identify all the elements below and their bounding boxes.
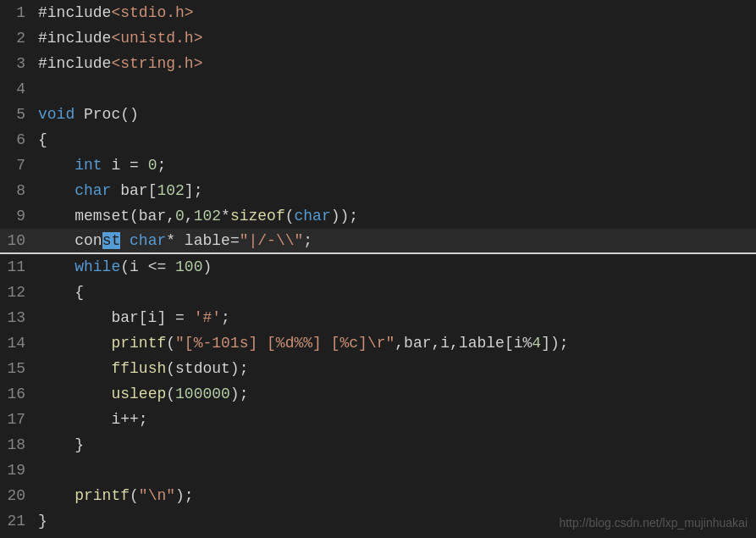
code-line-3: 3#include<string.h> [0, 51, 756, 76]
line-content [34, 80, 47, 97]
line-number: 12 [0, 284, 34, 301]
line-content: fflush(stdout); [34, 360, 248, 377]
code-line-14: 14 printf("[%-101s] [%d%%] [%c]\r",bar,i… [0, 330, 756, 356]
token: ]; [185, 182, 203, 199]
token: <stdio.h> [111, 4, 193, 21]
line-content [34, 462, 47, 479]
token [38, 360, 111, 377]
token [38, 182, 74, 199]
line-number: 21 [0, 513, 34, 530]
token: #include [38, 55, 111, 72]
line-number: 8 [0, 182, 34, 199]
line-number: 5 [0, 106, 34, 123]
line-number: 16 [0, 385, 34, 402]
token [120, 232, 130, 249]
token: <unistd.h> [111, 30, 202, 47]
token [38, 385, 111, 402]
token: '#' [194, 309, 221, 326]
token: { [38, 284, 84, 301]
line-content: memset(bar,0,102*sizeof(char)); [34, 208, 358, 225]
token: 0 [175, 208, 185, 225]
code-editor: 1#include<stdio.h>2#include<unistd.h>3#i… [0, 0, 756, 534]
token [38, 258, 74, 275]
token: char [130, 232, 166, 249]
token: bar[i] = [38, 309, 194, 326]
token: 4 [532, 335, 541, 352]
token: usleep [111, 385, 166, 402]
line-content: { [34, 131, 47, 148]
token: ) [202, 258, 212, 275]
line-content: i++; [34, 411, 148, 428]
token: #include [38, 4, 111, 21]
line-number: 7 [0, 157, 34, 174]
token: ( [130, 487, 139, 504]
token: )); [331, 208, 358, 225]
line-content: printf("[%-101s] [%d%%] [%c]\r",bar,i,la… [34, 335, 569, 352]
token: stdout [175, 360, 230, 377]
line-content: char bar[102]; [34, 182, 202, 199]
token: ( [166, 335, 175, 352]
line-number: 1 [0, 4, 34, 21]
token: 102 [194, 208, 221, 225]
code-line-4: 4 [0, 76, 756, 102]
code-line-8: 8 char bar[102]; [0, 178, 756, 203]
line-number: 10 [0, 232, 34, 249]
code-line-6: 6{ [0, 127, 756, 153]
watermark: http://blog.csdn.net/lxp_mujinhuakai [559, 516, 748, 530]
code-line-1: 1#include<stdio.h> [0, 0, 756, 25]
token: 100000 [175, 385, 230, 402]
token: ,bar,i,lable[i% [395, 335, 532, 352]
token: memset(bar, [38, 208, 175, 225]
line-content: bar[i] = '#'; [34, 309, 230, 326]
code-line-9: 9 memset(bar,0,102*sizeof(char)); [0, 203, 756, 229]
code-line-10: 10 const char* lable="|/-\\"; [0, 229, 756, 254]
token: bar[ [111, 182, 157, 199]
token: 0 [148, 157, 157, 174]
line-number: 20 [0, 487, 34, 504]
token: ]); [541, 335, 568, 352]
line-number: 2 [0, 30, 34, 47]
token: i = [102, 157, 148, 174]
token: ); [175, 487, 194, 504]
token: char [295, 208, 331, 225]
code-line-2: 2#include<unistd.h> [0, 25, 756, 51]
line-content: while(i <= 100) [34, 258, 212, 275]
line-number: 3 [0, 55, 34, 72]
token: { [38, 131, 47, 148]
token: ); [230, 385, 249, 402]
token [38, 487, 74, 504]
line-content: int i = 0; [34, 157, 166, 174]
token: 100 [175, 258, 202, 275]
line-number: 19 [0, 462, 34, 479]
line-number: 18 [0, 436, 34, 453]
token [38, 157, 74, 174]
token: ); [230, 360, 249, 377]
cursor-mark: st [102, 232, 121, 249]
code-line-16: 16 usleep(100000); [0, 381, 756, 407]
token: "\n" [139, 487, 175, 504]
code-line-13: 13 bar[i] = '#'; [0, 305, 756, 330]
code-line-20: 20 printf("\n"); [0, 483, 756, 508]
token: "|/-\\" [240, 232, 304, 249]
line-content: #include<stdio.h> [34, 4, 194, 21]
token: while [74, 258, 120, 275]
line-number: 15 [0, 360, 34, 377]
token [38, 335, 111, 352]
token: ; [157, 157, 166, 174]
token: printf [111, 335, 166, 352]
line-content: const char* lable="|/-\\"; [34, 232, 312, 249]
line-content: usleep(100000); [34, 385, 248, 402]
line-content: #include<unistd.h> [34, 30, 202, 47]
token: Proc() [74, 106, 139, 123]
line-content: { [34, 284, 84, 301]
code-line-12: 12 { [0, 280, 756, 305]
line-content: } [34, 513, 47, 530]
code-line-17: 17 i++; [0, 407, 756, 432]
code-line-7: 7 int i = 0; [0, 153, 756, 178]
line-content: printf("\n"); [34, 487, 194, 504]
token: void [38, 106, 74, 123]
token: ( [285, 208, 295, 225]
token: "[%-101s] [%d%%] [%c]\r" [175, 335, 395, 352]
line-number: 9 [0, 208, 34, 225]
token: , [185, 208, 194, 225]
